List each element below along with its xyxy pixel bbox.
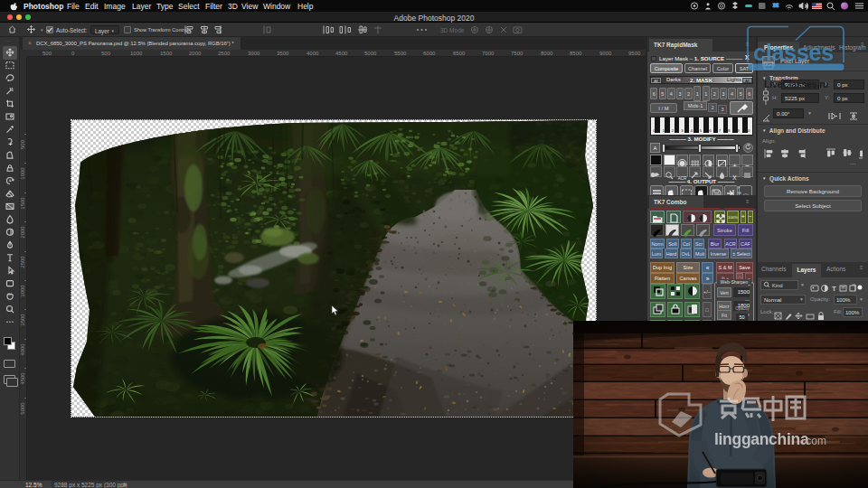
svg-text:.com: .com [803,435,826,447]
svg-text:classes: classes [753,40,834,65]
svg-text:T: T [832,285,836,293]
svg-text:lingganchina: lingganchina [714,430,809,448]
svg-text:3D Mode: 3D Mode [440,27,465,33]
